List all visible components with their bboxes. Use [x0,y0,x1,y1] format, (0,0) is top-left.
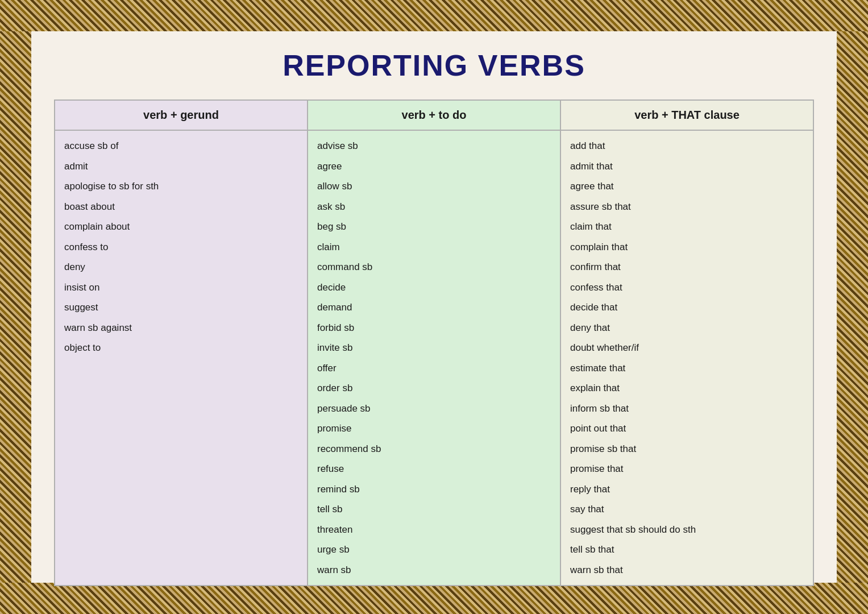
list-item: apologise to sb for sth [64,177,298,196]
list-item: confess that [570,278,804,297]
list-item: confess to [64,238,298,257]
list-item: decide [317,278,551,297]
list-item: promise sb that [570,439,804,459]
list-item: claim [317,238,551,257]
column-gerund: verb + gerund accuse sb ofadmitapologise… [55,101,308,585]
list-item: invite sb [317,338,551,358]
list-item: explain that [570,379,804,398]
list-item: insist on [64,278,298,297]
list-item: suggest that sb should do sth [570,520,804,540]
border-bottom [0,583,868,614]
list-item: suggest [64,298,298,317]
list-item: confirm that [570,258,804,277]
border-top [0,0,868,31]
list-item: recommend sb [317,439,551,459]
list-item: command sb [317,258,551,277]
col-header-gerund: verb + gerund [55,101,307,131]
list-item: accuse sb of [64,136,298,156]
col-body-gerund: accuse sb ofadmitapologise to sb for sth… [55,131,307,363]
list-item: decide that [570,298,804,317]
list-item: threaten [317,520,551,540]
list-item: admit that [570,157,804,176]
list-item: tell sb that [570,540,804,559]
list-item: complain that [570,238,804,257]
col-header-that: verb + THAT clause [561,101,813,131]
list-item: ask sb [317,197,551,217]
list-item: admit [64,157,298,176]
list-item: claim that [570,217,804,237]
border-left [0,31,31,583]
list-item: tell sb [317,500,551,519]
list-item: warn sb [317,561,551,580]
list-item: doubt whether/if [570,338,804,358]
col-body-todo: advise sbagreeallow sbask sbbeg sbclaimc… [308,131,560,585]
list-item: promise that [570,459,804,479]
list-item: promise [317,419,551,438]
list-item: offer [317,359,551,378]
list-item: assure sb that [570,197,804,217]
list-item: say that [570,500,804,519]
list-item: agree [317,157,551,176]
page-title: REPORTING VERBS [283,48,585,82]
list-item: deny [64,258,298,277]
list-item: deny that [570,318,804,338]
list-item: estimate that [570,359,804,378]
list-item: persuade sb [317,399,551,418]
list-item: remind sb [317,480,551,499]
list-item: inform sb that [570,399,804,418]
list-item: warn sb against [64,318,298,338]
list-item: demand [317,298,551,317]
main-content: REPORTING VERBS verb + gerund accuse sb … [31,31,837,583]
list-item: add that [570,136,804,156]
col-header-todo: verb + to do [308,101,560,131]
list-item: boast about [64,197,298,217]
page-background: REPORTING VERBS verb + gerund accuse sb … [0,0,868,614]
list-item: advise sb [317,136,551,156]
col-body-that: add thatadmit thatagree thatassure sb th… [561,131,813,585]
list-item: complain about [64,217,298,237]
border-right [837,31,868,583]
list-item: refuse [317,459,551,479]
list-item: urge sb [317,540,551,559]
list-item: order sb [317,379,551,398]
list-item: beg sb [317,217,551,237]
column-todo: verb + to do advise sbagreeallow sbask s… [308,101,561,585]
list-item: object to [64,338,298,358]
list-item: point out that [570,419,804,438]
column-that: verb + THAT clause add thatadmit thatagr… [561,101,813,585]
list-item: warn sb that [570,561,804,580]
verb-table: verb + gerund accuse sb ofadmitapologise… [54,99,814,586]
list-item: allow sb [317,177,551,196]
list-item: agree that [570,177,804,196]
list-item: reply that [570,480,804,499]
list-item: forbid sb [317,318,551,338]
